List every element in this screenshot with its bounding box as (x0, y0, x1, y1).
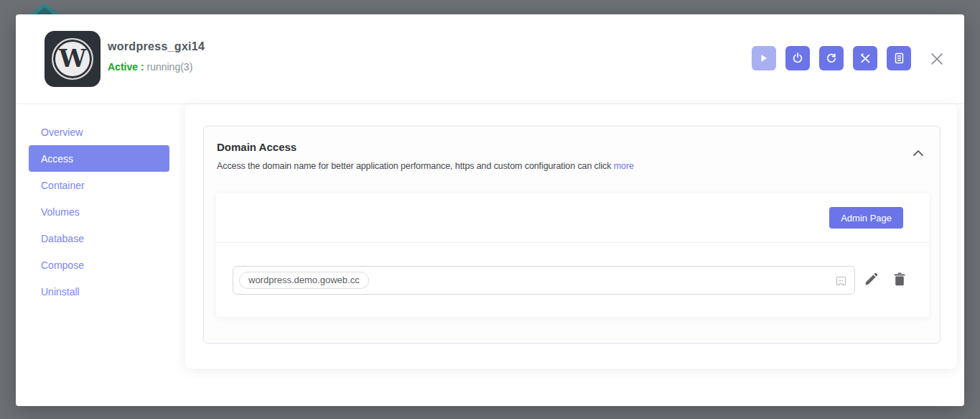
app-status: Active : running(3) (108, 61, 205, 73)
collapse-card-button[interactable] (913, 148, 924, 159)
card-title: Domain Access (217, 141, 927, 153)
admin-page-button[interactable]: Admin Page (829, 207, 903, 229)
stop-button[interactable] (785, 46, 810, 70)
sidebar-item-uninstall[interactable]: Uninstall (29, 278, 169, 305)
wordpress-circle: W (52, 38, 93, 80)
card-header: Domain Access Access the domain name for… (204, 126, 940, 171)
panel-toolbar: Admin Page (216, 193, 929, 243)
app-title: wordpress_gxi14 (108, 40, 205, 53)
status-label: Active (108, 61, 138, 73)
sidebar-item-container[interactable]: Container (29, 172, 169, 198)
status-separator: : (138, 61, 146, 73)
domain-tag: wordpress.demo.goweb.cc (239, 272, 369, 289)
sidebar-nav: Overview Access Container Volumes Databa… (29, 119, 169, 305)
params-button[interactable] (853, 46, 877, 70)
sidebar-item-database[interactable]: Database (29, 225, 169, 252)
refresh-icon (826, 52, 837, 64)
sidebar-item-overview[interactable]: Overview (29, 119, 169, 145)
domain-input[interactable]: wordpress.demo.goweb.cc (233, 266, 855, 295)
start-button[interactable] (752, 46, 776, 70)
domain-access-card: Domain Access Access the domain name for… (203, 126, 941, 344)
close-button[interactable] (930, 52, 944, 67)
wordpress-logo-icon: W (45, 31, 101, 87)
input-suffix-icon (836, 276, 846, 290)
edit-domain-button[interactable] (864, 272, 878, 288)
tools-icon (859, 52, 872, 65)
domain-row: wordpress.demo.goweb.cc (216, 243, 929, 317)
close-icon (930, 57, 943, 68)
document-icon (894, 52, 905, 64)
restart-button[interactable] (819, 46, 844, 70)
status-value: running(3) (146, 61, 192, 73)
logs-button[interactable] (887, 46, 911, 70)
app-meta: wordpress_gxi14 Active : running(3) (108, 40, 205, 73)
sidebar-item-volumes[interactable]: Volumes (29, 198, 169, 225)
header-action-bar (752, 46, 911, 70)
trash-icon (893, 272, 906, 288)
chevron-up-icon (913, 148, 924, 159)
sidebar-item-access[interactable]: Access (29, 145, 169, 172)
sidebar-item-compose[interactable]: Compose (29, 252, 169, 278)
modal-body: Overview Access Container Volumes Databa… (16, 104, 964, 405)
modal-header: W wordpress_gxi14 Active : running(3) (16, 14, 964, 104)
background-page-logo (29, 3, 60, 15)
app-detail-modal: W wordpress_gxi14 Active : running(3) (16, 14, 964, 406)
power-icon (792, 52, 803, 64)
play-icon (759, 53, 769, 63)
card-description: Access the domain name for better applic… (217, 161, 927, 171)
delete-domain-button[interactable] (893, 272, 906, 288)
main-content-panel: Domain Access Access the domain name for… (185, 104, 957, 369)
edit-pencil-icon (864, 272, 878, 288)
more-link[interactable]: more (614, 161, 634, 171)
domain-panel: Admin Page wordpress.demo.goweb.cc (216, 193, 929, 317)
